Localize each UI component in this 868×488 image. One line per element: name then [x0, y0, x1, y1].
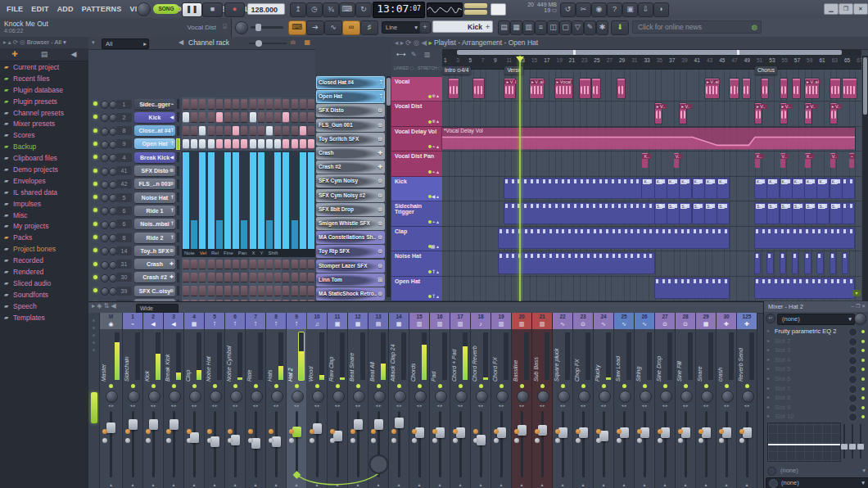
strip-mute-led[interactable]	[520, 384, 524, 388]
strip-fader-handle[interactable]	[106, 422, 115, 433]
browser-header[interactable]: ▸ ▴ ⟳ ◎ Browser - All ▾	[0, 37, 88, 48]
pattern-clip[interactable]	[843, 178, 854, 198]
step-button[interactable]	[258, 112, 264, 122]
step-button[interactable]	[199, 139, 206, 149]
channel-pan-knob[interactable]	[101, 221, 109, 229]
automation-mini-clip[interactable]: K..	[642, 153, 647, 168]
pattern-clip[interactable]	[843, 253, 848, 273]
slot-enable-led[interactable]	[861, 349, 865, 352]
track-header-kick[interactable]: Kick◀ ▴	[391, 177, 442, 201]
audio-clip[interactable]	[843, 79, 857, 98]
marker-chorus[interactable]: Chorus	[755, 66, 777, 75]
record-button[interactable]: ●	[224, 2, 245, 17]
channel-route-number[interactable]: 6	[116, 219, 132, 228]
mixer-strip-sidechain[interactable]: 1⌁Sidechain◂ ▸▴	[123, 313, 143, 488]
strip-mute-led[interactable]	[336, 384, 340, 388]
mixer-strip-beat-all[interactable]: 13▤Beat All◂ ▸▴	[368, 313, 389, 488]
strip-mute-led[interactable]	[213, 384, 217, 388]
strip-route-arrow[interactable]: ▴	[532, 481, 552, 487]
slot-mix-knob[interactable]	[848, 365, 857, 374]
graph-velocity-bar[interactable]	[183, 152, 189, 249]
strip-eq-knob[interactable]	[698, 429, 703, 434]
pattern-clip[interactable]	[830, 253, 835, 273]
plugin-slot-8[interactable]: ▸Slot 8	[764, 393, 868, 403]
graph-velocity-bar[interactable]	[266, 220, 273, 249]
step-button[interactable]	[258, 99, 264, 109]
strip-eq-knob[interactable]	[719, 429, 724, 434]
strip-eq-knob[interactable]	[698, 438, 703, 443]
strip-eq-knob[interactable]	[514, 438, 519, 443]
strip-eq-knob[interactable]	[473, 438, 478, 443]
news-bar[interactable]: Click for online news ◍	[632, 20, 762, 34]
step-button[interactable]	[300, 260, 306, 269]
step-button[interactable]	[216, 126, 223, 136]
step-button[interactable]	[250, 139, 256, 149]
step-button[interactable]	[250, 126, 256, 136]
menu-add[interactable]: ADD	[53, 0, 78, 18]
slot-enable-led[interactable]	[861, 377, 865, 381]
browser-item-project-bones[interactable]: ▰Project bones	[0, 243, 88, 255]
strip-eq-knob[interactable]	[350, 438, 355, 443]
slot-enable-led[interactable]	[861, 368, 865, 371]
step-button[interactable]	[241, 260, 247, 269]
cut-icon[interactable]: ✂	[576, 2, 591, 17]
channel-route-number[interactable]: 6	[116, 206, 132, 215]
browser-item-scores[interactable]: ▰Scores	[0, 129, 88, 141]
strip-stereo-knob[interactable]	[353, 391, 365, 403]
time-display[interactable]: 13:07:07	[373, 2, 425, 18]
channel-route-number[interactable]: 9	[116, 139, 132, 148]
step-button[interactable]	[199, 273, 206, 282]
step-grid-icon[interactable]: ▦	[304, 38, 310, 46]
channel-route-number[interactable]: 5	[116, 193, 132, 202]
mixer-view-selector[interactable]: Wide	[136, 304, 179, 314]
step-button[interactable]	[300, 273, 306, 282]
strip-route-arrow[interactable]: ▴	[184, 481, 204, 487]
strip-eq-knob[interactable]	[166, 438, 171, 443]
strip-stereo-knob[interactable]	[271, 391, 283, 403]
clip-source-smigen-whistle-sfx[interactable]: Smigen Whistle SFX⊙	[316, 217, 385, 230]
strip-stereo-knob[interactable]	[742, 391, 754, 403]
step-button[interactable]	[250, 99, 256, 109]
track-header-open-hat[interactable]: Open Hat⊺ ▴	[391, 277, 442, 301]
graph-target-pan[interactable]: Pan	[236, 249, 250, 257]
mixer-strip-snare[interactable]: 29▦Snare◂ ▸▴	[696, 313, 717, 488]
slot-enable-led[interactable]	[861, 340, 865, 343]
wait-input-icon[interactable]: ◷	[306, 2, 323, 17]
strip-pan-control[interactable]: ◂ ▸	[532, 403, 552, 408]
strip-eq-knob[interactable]	[473, 429, 478, 434]
strip-eq-knob[interactable]	[391, 429, 396, 434]
strip-route-arrow[interactable]: ▴	[655, 481, 675, 487]
tab-files[interactable]: ▤	[29, 48, 59, 61]
step-button[interactable]	[208, 286, 215, 296]
mixer-strip-hat-2[interactable]: 9⊺Hat 2◂ ▸▴	[287, 313, 307, 488]
step-button[interactable]	[191, 139, 197, 149]
channel-route-number[interactable]: 8	[116, 126, 132, 135]
snap-plus-button[interactable]: +	[419, 21, 431, 34]
pitch-slider[interactable]	[464, 10, 487, 15]
portamento-icon[interactable]: ∿	[324, 20, 342, 35]
graph-velocity-bar[interactable]	[274, 152, 281, 249]
swing-slider-handle[interactable]	[255, 40, 262, 47]
graph-velocity-bar[interactable]	[241, 220, 247, 249]
strip-pan-control[interactable]: ◂ ▸	[614, 403, 634, 408]
browser-item-my-projects[interactable]: ▰My projects	[0, 220, 88, 232]
browser-item-misc[interactable]: ▰Misc	[0, 210, 88, 221]
strip-fader-track[interactable]	[541, 411, 544, 477]
step-button[interactable]	[241, 126, 247, 136]
graph-velocity-bar[interactable]	[224, 152, 231, 249]
audio-clip[interactable]: ▸ V..al	[805, 79, 819, 98]
strip-mute-led[interactable]	[643, 384, 647, 388]
step-button[interactable]	[266, 286, 273, 296]
strip-mute-led[interactable]	[131, 384, 135, 388]
step-button[interactable]	[183, 99, 189, 109]
audio-clip[interactable]: ▸ V..l	[504, 79, 515, 98]
mixer-strip-master[interactable]: M◉Master◂ ▸▴	[100, 313, 123, 488]
step-button[interactable]	[183, 112, 189, 122]
strip-eq-knob[interactable]	[576, 438, 581, 443]
strip-header[interactable]: 3◀	[164, 313, 183, 329]
strip-eq-knob[interactable]	[658, 429, 662, 434]
strip-mute-led[interactable]	[356, 384, 360, 388]
strip-stereo-knob[interactable]	[701, 391, 713, 403]
strip-pan-control[interactable]: ◂ ▸	[164, 403, 183, 408]
channel-name-button[interactable]: Noise Hat⊺	[134, 192, 175, 203]
